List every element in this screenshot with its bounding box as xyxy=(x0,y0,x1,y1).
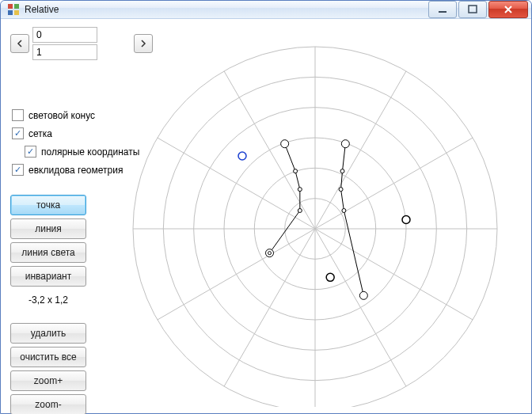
minimize-button[interactable] xyxy=(428,1,457,18)
nav-value-bottom[interactable] xyxy=(32,44,97,60)
svg-point-31 xyxy=(238,152,246,160)
tool-invariant[interactable]: инвариант xyxy=(10,266,86,287)
plot-svg xyxy=(121,27,532,407)
checkbox-icon: ✓ xyxy=(12,127,24,139)
checkbox-icon: ✓ xyxy=(12,164,24,176)
close-icon xyxy=(504,5,513,14)
check-label: сетка xyxy=(28,128,52,139)
svg-point-30 xyxy=(359,291,367,299)
chevron-left-icon xyxy=(16,40,24,47)
tool-buttons: точка линия линия света инвариант -3,2 x… xyxy=(10,195,86,414)
svg-point-20 xyxy=(281,140,289,148)
svg-point-22 xyxy=(298,188,302,192)
svg-point-23 xyxy=(298,209,302,213)
titlebar[interactable]: Relative xyxy=(1,1,531,19)
coord-readout: -3,2 x 1,2 xyxy=(10,294,86,306)
maximize-icon xyxy=(468,5,477,14)
tool-point[interactable]: точка xyxy=(10,195,86,215)
action-zoom-in[interactable]: zoom+ xyxy=(10,370,86,391)
nav-value-top[interactable] xyxy=(32,27,97,43)
svg-rect-0 xyxy=(439,11,446,13)
action-zoom-out[interactable]: zoom- xyxy=(10,394,86,414)
nav-fields xyxy=(32,27,131,60)
svg-rect-1 xyxy=(469,6,477,13)
svg-point-21 xyxy=(294,169,298,173)
action-clear-all[interactable]: очистить все xyxy=(10,347,86,367)
svg-point-28 xyxy=(339,188,343,192)
svg-point-26 xyxy=(341,140,349,148)
minimize-icon xyxy=(438,5,447,14)
tool-line[interactable]: линия xyxy=(10,218,86,239)
checkbox-icon xyxy=(12,109,24,121)
close-button[interactable] xyxy=(488,1,528,18)
window-controls xyxy=(427,1,528,18)
svg-point-33 xyxy=(402,216,410,224)
client-area: световой конус ✓ сетка ✓ полярные коорди… xyxy=(1,19,531,414)
check-label: световой конус xyxy=(28,110,95,121)
check-label: евклидова геометрия xyxy=(28,165,123,176)
tool-light-line[interactable]: линия света xyxy=(10,242,86,263)
drawing-canvas[interactable] xyxy=(153,27,522,414)
app-window: Relative xyxy=(0,0,532,414)
action-delete[interactable]: удалить xyxy=(10,323,86,344)
maximize-button[interactable] xyxy=(458,1,487,18)
svg-point-29 xyxy=(342,209,346,213)
app-icon xyxy=(7,3,20,16)
svg-point-32 xyxy=(326,273,334,281)
window-title: Relative xyxy=(25,4,427,15)
checkbox-icon: ✓ xyxy=(25,146,36,158)
svg-point-24 xyxy=(266,249,274,257)
prev-button[interactable] xyxy=(10,34,29,53)
svg-point-27 xyxy=(340,169,344,173)
